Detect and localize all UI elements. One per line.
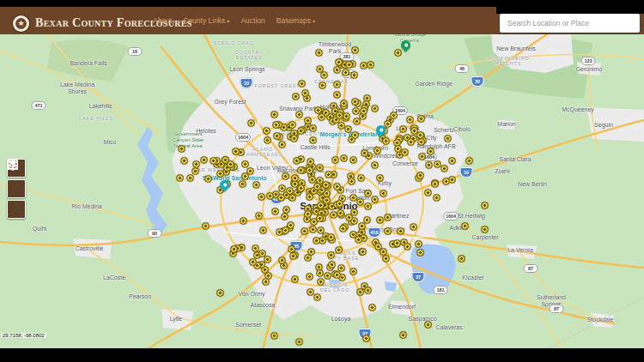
layers-button[interactable]: [7, 179, 26, 198]
foreclosure-marker[interactable]: [406, 116, 414, 124]
foreclosure-marker[interactable]: [216, 170, 224, 178]
foreclosure-marker[interactable]: [350, 208, 358, 216]
foreclosure-marker[interactable]: [415, 240, 422, 248]
foreclosure-marker[interactable]: [316, 214, 324, 222]
foreclosure-marker[interactable]: [349, 156, 357, 164]
foreclosure-marker[interactable]: [382, 137, 390, 145]
foreclosure-marker[interactable]: [371, 161, 379, 169]
search-input[interactable]: [500, 14, 640, 33]
foreclosure-marker[interactable]: [180, 157, 188, 165]
foreclosure-marker[interactable]: [424, 321, 432, 329]
foreclosure-marker[interactable]: [404, 243, 411, 250]
foreclosure-marker[interactable]: [351, 98, 359, 106]
foreclosure-marker[interactable]: [313, 237, 320, 244]
foreclosure-marker[interactable]: [316, 269, 324, 277]
foreclosure-marker[interactable]: [337, 209, 344, 217]
foreclosure-marker[interactable]: [333, 183, 341, 190]
foreclosure-marker[interactable]: [356, 198, 364, 206]
foreclosure-marker[interactable]: [367, 61, 374, 69]
foreclosure-marker[interactable]: [342, 69, 349, 76]
foreclosure-marker[interactable]: [431, 180, 439, 188]
foreclosure-marker[interactable]: [340, 154, 348, 162]
foreclosure-marker[interactable]: [337, 122, 345, 130]
foreclosure-marker[interactable]: [304, 117, 312, 124]
foreclosure-marker[interactable]: [291, 174, 299, 182]
foreclosure-marker[interactable]: [351, 46, 359, 54]
foreclosure-marker[interactable]: [434, 160, 441, 168]
foreclosure-marker[interactable]: [315, 49, 323, 57]
foreclosure-marker[interactable]: [271, 208, 279, 215]
foreclosure-marker[interactable]: [317, 278, 325, 286]
nav-about[interactable]: About: [153, 16, 172, 25]
foreclosure-marker[interactable]: [345, 61, 353, 69]
foreclosure-marker[interactable]: [417, 115, 425, 123]
foreclosure-marker[interactable]: [394, 49, 402, 57]
foreclosure-marker[interactable]: [318, 113, 325, 121]
foreclosure-marker[interactable]: [240, 217, 247, 225]
foreclosure-marker[interactable]: [357, 174, 365, 182]
foreclosure-marker[interactable]: [291, 275, 299, 283]
foreclosure-marker[interactable]: [325, 171, 332, 178]
foreclosure-marker[interactable]: [348, 178, 355, 185]
nav-auction[interactable]: Auction: [240, 16, 264, 25]
foreclosure-marker[interactable]: [278, 141, 286, 148]
foreclosure-marker[interactable]: [270, 111, 278, 118]
foreclosure-marker[interactable]: [362, 335, 370, 342]
foreclosure-marker[interactable]: [440, 165, 448, 172]
foreclosure-marker[interactable]: [461, 222, 469, 230]
data-table-button[interactable]: [7, 200, 26, 219]
foreclosure-marker[interactable]: [355, 236, 362, 244]
foreclosure-marker[interactable]: [249, 258, 257, 266]
foreclosure-marker[interactable]: [380, 190, 387, 197]
foreclosure-marker[interactable]: [481, 226, 489, 233]
foreclosure-marker[interactable]: [339, 225, 347, 232]
foreclosure-marker[interactable]: [360, 107, 368, 115]
foreclosure-marker[interactable]: [410, 223, 417, 231]
foreclosure-marker[interactable]: [327, 233, 335, 241]
foreclosure-marker[interactable]: [323, 196, 331, 204]
foreclosure-marker[interactable]: [306, 273, 313, 281]
foreclosure-marker[interactable]: [297, 166, 305, 174]
foreclosure-marker[interactable]: [246, 167, 254, 175]
foreclosure-marker[interactable]: [186, 174, 194, 182]
foreclosure-marker[interactable]: [417, 138, 425, 146]
foreclosure-marker[interactable]: [397, 227, 404, 235]
foreclosure-marker[interactable]: [364, 202, 372, 210]
foreclosure-marker[interactable]: [335, 58, 343, 66]
foreclosure-marker[interactable]: [227, 160, 234, 168]
foreclosure-marker[interactable]: [333, 91, 341, 99]
foreclosure-marker[interactable]: [401, 148, 409, 156]
nav-basemaps[interactable]: Basemaps▾: [276, 16, 315, 25]
foreclosure-marker[interactable]: [458, 255, 465, 262]
foreclosure-marker[interactable]: [399, 331, 407, 339]
foreclosure-marker[interactable]: [368, 304, 376, 311]
foreclosure-marker[interactable]: [424, 189, 432, 196]
foreclosure-marker[interactable]: [328, 261, 336, 268]
foreclosure-marker[interactable]: [444, 135, 452, 142]
foreclosure-marker[interactable]: [216, 289, 224, 297]
nav-county-links[interactable]: County Links▾: [183, 16, 229, 25]
foreclosure-marker[interactable]: [481, 202, 489, 209]
foreclosure-marker[interactable]: [283, 206, 290, 214]
foreclosure-marker[interactable]: [289, 252, 297, 260]
foreclosure-marker[interactable]: [178, 145, 185, 153]
foreclosure-marker[interactable]: [307, 288, 314, 296]
foreclosure-marker[interactable]: [376, 174, 384, 182]
foreclosure-marker[interactable]: [374, 147, 381, 154]
foreclosure-marker[interactable]: [191, 167, 199, 175]
foreclosure-marker[interactable]: [416, 249, 424, 256]
foreclosure-marker[interactable]: [350, 71, 358, 79]
foreclosure-marker[interactable]: [262, 278, 270, 286]
foreclosure-marker[interactable]: [335, 246, 343, 254]
foreclosure-marker[interactable]: [298, 80, 306, 87]
foreclosure-marker[interactable]: [309, 226, 317, 233]
foreclosure-marker[interactable]: [272, 121, 280, 129]
foreclosure-marker[interactable]: [344, 125, 352, 133]
foreclosure-marker[interactable]: [239, 180, 246, 188]
map-canvas[interactable]: 29.7158, -98.0802 San AntonioBandera Fal…: [0, 34, 644, 348]
foreclosure-marker[interactable]: [352, 107, 360, 115]
foreclosure-marker[interactable]: [258, 193, 265, 201]
foreclosure-marker[interactable]: [359, 248, 367, 256]
foreclosure-marker[interactable]: [349, 194, 357, 202]
foreclosure-marker[interactable]: [371, 105, 379, 112]
